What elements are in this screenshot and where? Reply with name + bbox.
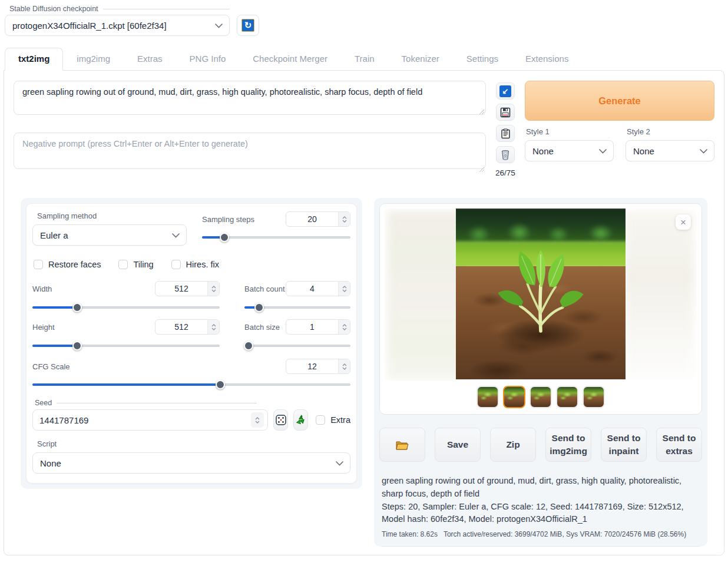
cfg-scale-slider[interactable] <box>32 380 350 389</box>
checkpoint-header: Stable Diffusion checkpoint protogenX34O… <box>5 5 724 36</box>
chevron-down-icon <box>599 149 607 154</box>
tab-extensions[interactable]: Extensions <box>512 48 582 70</box>
batch-size-label: Batch size <box>244 323 280 332</box>
prompt-input[interactable]: green sapling rowing out of ground, mud,… <box>14 81 486 115</box>
height-slider[interactable] <box>32 341 220 350</box>
refresh-checkpoints-button[interactable]: ↻ <box>237 15 259 36</box>
hires-fix-checkbox[interactable]: Hires. fix <box>171 260 219 269</box>
checkpoint-label: Stable Diffusion checkpoint <box>9 5 98 13</box>
info-params-text: Steps: 20, Sampler: Euler a, CFG scale: … <box>382 501 700 527</box>
height-input[interactable]: 512 <box>155 319 220 335</box>
checkpoint-value: protogenX34OfficialR_1.ckpt [60fe2f34] <box>12 21 167 31</box>
batch-size-input[interactable]: 1 <box>286 319 350 335</box>
tab-extras[interactable]: Extras <box>124 48 176 70</box>
generated-image[interactable] <box>456 209 626 379</box>
script-select[interactable]: None <box>32 452 350 474</box>
send-to-extras-button[interactable]: Send to extras <box>656 428 702 462</box>
zip-button[interactable]: Zip <box>490 428 536 462</box>
tiling-checkbox[interactable]: Tiling <box>118 260 153 269</box>
batch-size-slider[interactable] <box>244 341 350 350</box>
info-prompt-text: green sapling rowing out of ground, mud,… <box>382 475 700 501</box>
thumbnail-4[interactable] <box>556 386 578 408</box>
save-style-button[interactable] <box>496 104 515 121</box>
batch-count-slider[interactable] <box>244 303 350 312</box>
tab-train[interactable]: Train <box>341 48 388 70</box>
open-folder-button[interactable] <box>379 428 425 462</box>
stepper-arrows[interactable] <box>338 359 350 373</box>
read-generation-params-button[interactable]: ↙ <box>496 82 515 100</box>
extra-seed-checkbox[interactable]: Extra <box>316 415 350 425</box>
thumbnail-1[interactable] <box>476 386 499 408</box>
sampling-steps-slider[interactable] <box>202 233 350 242</box>
generate-button[interactable]: Generate <box>525 81 714 121</box>
generate-column: Generate Style 1 None Style 2 <box>525 81 714 177</box>
sampling-method-select[interactable]: Euler a <box>32 224 187 246</box>
stepper-arrows[interactable] <box>338 212 350 226</box>
tiling-label: Tiling <box>133 260 153 269</box>
generation-info: green sapling rowing out of ground, mud,… <box>379 475 702 547</box>
style2-label: Style 2 <box>627 127 714 136</box>
output-panel: × <box>374 198 707 547</box>
height-value: 512 <box>155 320 207 334</box>
negative-prompt-input[interactable] <box>14 133 486 169</box>
send-to-inpaint-button[interactable]: Send to inpaint <box>601 428 647 462</box>
paste-params-icon: ↙ <box>499 85 511 97</box>
tab-settings[interactable]: Settings <box>453 48 512 70</box>
result-gallery: × <box>379 203 702 415</box>
recycle-icon <box>295 414 307 426</box>
thumbnail-5[interactable] <box>583 386 605 408</box>
send-to-img2img-button[interactable]: Send to img2img <box>545 428 591 462</box>
sampling-steps-input[interactable]: 20 <box>286 211 350 227</box>
gallery-actions: Save Zip Send to img2img Send to inpaint… <box>379 428 702 462</box>
stepper-arrows[interactable] <box>338 282 350 296</box>
extra-label: Extra <box>330 415 350 425</box>
thumbnail-2-selected[interactable] <box>503 386 525 408</box>
clear-prompt-button[interactable] <box>496 146 515 163</box>
app-root: Stable Diffusion checkpoint protogenX34O… <box>0 0 728 569</box>
thumbnail-3[interactable] <box>530 386 552 408</box>
sampling-method-value: Euler a <box>40 230 68 240</box>
random-seed-button[interactable] <box>273 409 288 431</box>
width-slider[interactable] <box>32 303 220 312</box>
stepper-arrows[interactable] <box>207 282 219 296</box>
tab-checkpoint-merger[interactable]: Checkpoint Merger <box>239 48 341 70</box>
sampling-steps-label: Sampling steps <box>202 215 254 224</box>
chevron-down-icon <box>336 461 343 466</box>
tab-img2img[interactable]: img2img <box>63 48 124 70</box>
width-value: 512 <box>155 282 207 296</box>
slider-handle[interactable] <box>220 233 229 242</box>
style1-select[interactable]: None <box>525 140 614 161</box>
stepper-arrows[interactable] <box>251 412 264 428</box>
info-performance-text: Time taken: 8.62sTorch active/reserved: … <box>382 529 700 547</box>
script-value: None <box>40 458 61 468</box>
txt2img-panel: green sapling rowing out of ground, mud,… <box>4 70 724 555</box>
script-label: Script <box>32 439 350 448</box>
batch-count-value: 4 <box>286 282 338 296</box>
checkpoint-select[interactable]: protogenX34OfficialR_1.ckpt [60fe2f34] <box>5 15 230 36</box>
checkpoint-group: Stable Diffusion checkpoint protogenX34O… <box>5 5 230 36</box>
seed-input[interactable]: 1441787169 <box>32 409 268 431</box>
cfg-scale-value: 12 <box>286 359 338 373</box>
apply-style-button[interactable] <box>496 125 515 142</box>
width-input[interactable]: 512 <box>155 281 220 296</box>
stepper-arrows[interactable] <box>207 320 219 334</box>
chevron-down-icon <box>215 24 223 28</box>
reuse-seed-button[interactable] <box>293 409 308 431</box>
restore-faces-checkbox[interactable]: Restore faces <box>34 260 101 269</box>
batch-count-input[interactable]: 4 <box>286 281 350 296</box>
stepper-arrows[interactable] <box>338 320 350 334</box>
tab-tokenizer[interactable]: Tokenizer <box>388 48 453 70</box>
save-button[interactable]: Save <box>435 428 481 462</box>
legend-divider <box>57 403 257 403</box>
style1-label: Style 1 <box>526 127 614 136</box>
chevron-down-icon <box>700 149 707 154</box>
tab-txt2img[interactable]: txt2img <box>5 48 63 71</box>
checkbox-box <box>34 260 43 269</box>
cfg-scale-input[interactable]: 12 <box>286 359 350 374</box>
checkbox-box <box>316 415 325 425</box>
style2-select[interactable]: None <box>626 140 714 161</box>
close-gallery-button[interactable]: × <box>676 214 691 230</box>
sampling-steps-value: 20 <box>286 212 338 226</box>
time-taken-text: Time taken: 8.62s <box>382 530 438 538</box>
tab-png-info[interactable]: PNG Info <box>176 48 240 70</box>
